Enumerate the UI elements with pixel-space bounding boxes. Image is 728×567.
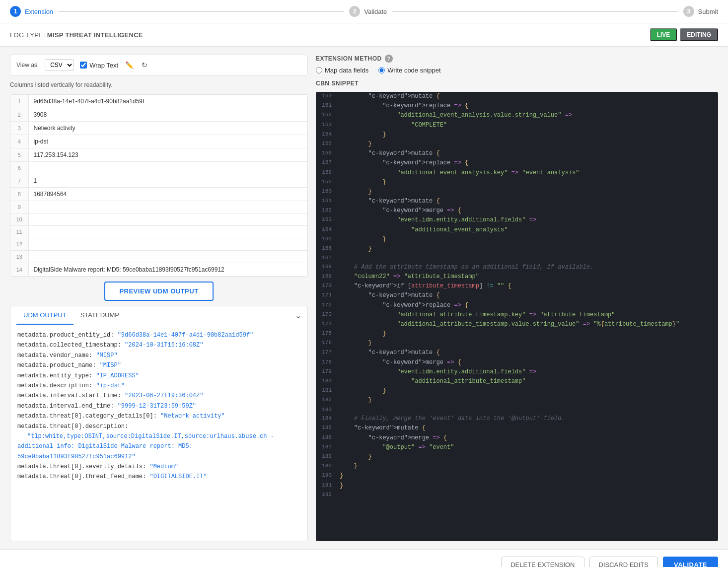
line-number: 164 (316, 225, 336, 235)
code-line: 166 } (316, 244, 718, 254)
code-line: 169 "column22" => "attribute_timestamp" (316, 272, 718, 282)
table-row: 10 (10, 213, 307, 226)
code-line: 176 } (316, 339, 718, 348)
output-value: "2024-10-31T15:16:08Z" (125, 342, 203, 349)
code-line: 152 "additional_event_analysis.value.str… (316, 111, 718, 120)
step-1-label: Extension (25, 8, 53, 15)
step-1: 1 Extension (10, 6, 53, 17)
radio-map-input[interactable] (316, 67, 322, 73)
code-line: 151 "c-keyword">replace => { (316, 101, 718, 111)
discard-edits-button[interactable]: DISCARD EDITS (589, 557, 658, 567)
line-number: 168 (316, 263, 336, 272)
code-line: 175 } (316, 329, 718, 339)
line-number: 162 (316, 206, 336, 215)
code-line: 158 "additional_event_analysis.key" => "… (316, 168, 718, 178)
line-number: 188 (316, 452, 336, 462)
editing-badge[interactable]: EDITING (680, 28, 718, 41)
code-line: 180 "additional_attribute_timestamp" (316, 377, 718, 386)
table-row: 5117.253.154.123 (10, 148, 307, 162)
toolbar: View as: CSV Wrap Text ✏️ ↻ (10, 55, 308, 75)
code-line: 159 } (316, 178, 718, 187)
output-line: metadata.entity_type: "IP_ADDRESS" (17, 371, 300, 381)
code-content[interactable]: 150 "c-keyword">mutate {151 "c-keyword">… (316, 92, 718, 541)
line-code: # Finally, merge the 'event' data into t… (336, 414, 718, 424)
line-number: 161 (316, 197, 336, 206)
code-line: 178 "c-keyword">merge => { (316, 358, 718, 367)
output-key: metadata.product_entity_id: (17, 332, 114, 339)
radio-write-code[interactable]: Write code snippet (378, 67, 440, 74)
output-line: metadata.interval.end_time: "9999-12-31T… (17, 401, 300, 411)
line-number: 153 (316, 121, 336, 130)
step-2-label: Validate (364, 8, 387, 15)
line-code: } (336, 187, 718, 197)
output-key: metadata.threat[0].severity_details: (17, 463, 146, 470)
delete-extension-button[interactable]: DELETE EXTENSION (501, 557, 584, 567)
wrap-text-checkbox[interactable] (80, 62, 87, 69)
table-row: 4ip-dst (10, 135, 307, 148)
line-code: } (336, 481, 718, 491)
line-code: "c-keyword">mutate { (336, 149, 718, 158)
line-number: 192 (316, 491, 336, 499)
view-as-select[interactable]: CSV (45, 59, 74, 71)
log-type-text: LOG TYPE: MISP THREAT INTELLIGENCE (10, 31, 143, 39)
line-number: 173 (316, 310, 336, 320)
table-row: 11 (10, 226, 307, 238)
code-editor[interactable]: 150 "c-keyword">mutate {151 "c-keyword">… (316, 92, 718, 541)
line-code: } (336, 235, 718, 244)
code-line: 173 "additional_attribute_timestamp.key"… (316, 310, 718, 320)
code-line: 187 "@output" => "event" (316, 443, 718, 452)
tab-statedump[interactable]: STATEDUMP (73, 306, 126, 325)
radio-map-label: Map data fields (325, 67, 368, 74)
line-code: "additional_event_analysis.value.string_… (336, 111, 718, 120)
radio-write-label: Write code snippet (387, 67, 440, 74)
cbn-header: CBN SNIPPET (316, 80, 718, 87)
line-code: } (336, 140, 718, 149)
line-code: "additional_attribute_timestamp" (336, 377, 718, 386)
line-number: 169 (316, 272, 336, 282)
line-number: 186 (316, 433, 336, 443)
tab-udm-output[interactable]: UDM OUTPUT (16, 306, 73, 325)
line-code (336, 491, 718, 499)
action-bar: DELETE EXTENSION DISCARD EDITS VALIDATE (0, 549, 728, 567)
line-code (336, 254, 718, 263)
hint-text: Columns listed vertically for readabilit… (10, 80, 308, 89)
line-code: } (336, 452, 718, 462)
line-number: 154 (316, 130, 336, 140)
line-code: "COMPLETE" (336, 121, 718, 130)
radio-write-input[interactable] (378, 67, 385, 73)
output-value: "MISP" (100, 362, 121, 369)
output-line: metadata.vendor_name: "MISP" (17, 351, 300, 360)
step-3-label: Submit (698, 8, 718, 15)
output-key: metadata.vendor_name: (17, 352, 92, 359)
code-line: 177 "c-keyword">mutate { (316, 348, 718, 357)
code-line: 174 "additional_attribute_timestamp.valu… (316, 320, 718, 329)
view-as-label: View as: (16, 62, 39, 69)
output-key: metadata.threat[0].threat_feed_name: (17, 473, 146, 480)
validate-button[interactable]: VALIDATE (663, 557, 718, 567)
log-type-label: LOG TYPE: (10, 31, 45, 39)
code-line: 189 } (316, 462, 718, 471)
output-value: "MISP" (96, 352, 117, 359)
line-code: } (336, 130, 718, 140)
line-number: 165 (316, 235, 336, 244)
line-number: 187 (316, 443, 336, 452)
line-code: "@output" => "event" (336, 443, 718, 452)
output-line: metadata.threat[0].severity_details: "Me… (17, 462, 300, 472)
output-line: metadata.interval.start_time: "2023-06-2… (17, 391, 300, 401)
refresh-icon-btn[interactable]: ↻ (141, 60, 148, 70)
line-number: 157 (316, 158, 336, 168)
preview-udm-button[interactable]: PREVIEW UDM OUTPUT (104, 282, 213, 301)
edit-icon-btn[interactable]: ✏️ (124, 60, 135, 70)
output-tabs: UDM OUTPUT STATEDUMP ⌄ (10, 306, 307, 325)
output-key: metadata.threat[0].description: (17, 423, 128, 430)
live-badge[interactable]: LIVE (650, 28, 677, 41)
csv-table-container: 19d66d38a-14e1-407f-a4d1-90b82aa1d59f239… (10, 94, 308, 277)
code-line: 160 } (316, 187, 718, 197)
output-key: metadata.product_name: (17, 362, 96, 369)
collapse-button[interactable]: ⌄ (295, 311, 301, 320)
info-icon[interactable]: ? (385, 55, 393, 63)
radio-map-data[interactable]: Map data fields (316, 67, 368, 74)
output-key: metadata.description: (17, 382, 92, 389)
line-number: 179 (316, 367, 336, 377)
extension-method-section: EXTENSION METHOD ? Map data fields Write… (316, 55, 718, 74)
